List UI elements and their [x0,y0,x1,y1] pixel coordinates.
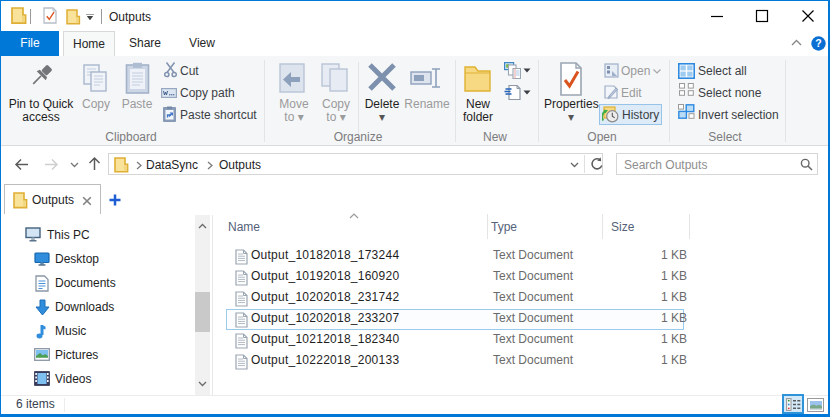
svg-text:?: ? [815,37,821,49]
